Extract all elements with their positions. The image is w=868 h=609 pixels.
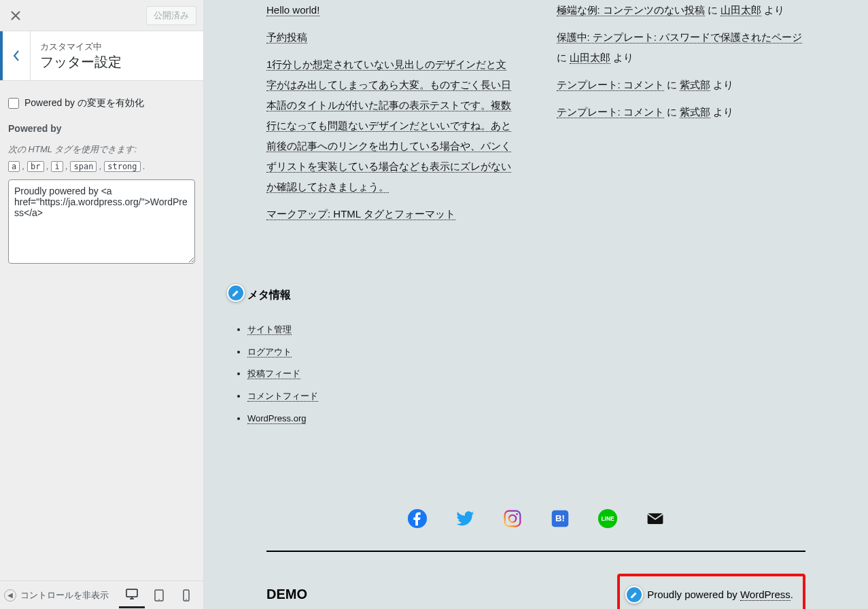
svg-point-2 [158, 599, 160, 600]
footer-row: DEMO Proudly powered by WordPress. [204, 574, 868, 609]
close-button[interactable] [0, 0, 31, 31]
list-item: サイト管理 [247, 321, 868, 338]
allowed-tag: strong [104, 161, 140, 172]
suffix-text: より [610, 52, 633, 63]
section-title: フッター設定 [40, 53, 122, 71]
mobile-icon [179, 589, 193, 602]
recent-posts-widget: Hello world!予約投稿1行分しか想定されていない見出しのデザインだと文… [223, 0, 516, 231]
device-tablet-button[interactable] [146, 582, 172, 608]
list-item: Hello world! [266, 0, 516, 20]
allowed-tag: a [8, 161, 20, 172]
comment-author-link[interactable]: 山田太郎 [570, 52, 610, 64]
desktop-icon [125, 587, 139, 601]
powered-by-textarea[interactable] [8, 179, 195, 264]
svg-text:LINE: LINE [601, 515, 614, 522]
joiner-text: に [664, 79, 680, 90]
twitter-icon[interactable] [455, 508, 475, 529]
footer-divider [266, 551, 805, 552]
edit-widget-button[interactable] [227, 284, 245, 302]
pencil-icon [231, 288, 241, 298]
meta-widget: メタ情報 サイト管理ログアウト投稿フィードコメントフィードWordPress.o… [247, 288, 868, 427]
comment-author-link[interactable]: 紫式部 [680, 106, 710, 118]
list-item: 保護中: テンプレート: パスワードで保護されたページ に 山田太郎 より [557, 27, 806, 68]
facebook-icon[interactable] [407, 508, 428, 529]
joiner-text: に [664, 106, 680, 118]
back-button[interactable] [0, 31, 31, 80]
tablet-icon [152, 589, 166, 602]
svg-point-8 [516, 513, 518, 515]
suffix-text: より [761, 4, 784, 16]
meta-link[interactable]: 投稿フィード [247, 368, 300, 379]
list-item: WordPress.org [247, 411, 868, 428]
device-mobile-button[interactable] [173, 582, 199, 608]
joiner-text: に [705, 4, 721, 16]
joiner-text: に [557, 52, 570, 63]
post-link[interactable]: マークアップ: HTML タグとフォーマット [266, 208, 455, 220]
publish-button[interactable]: 公開済み [146, 6, 196, 25]
svg-text:B!: B! [555, 514, 565, 524]
allowed-tag: br [27, 161, 44, 172]
svg-point-4 [186, 599, 187, 600]
post-link[interactable]: 1行分しか想定されていない見出しのデザインだと文字がはみ出してしまってあら大変。… [266, 58, 511, 193]
breadcrumb: カスタマイズ中 [40, 41, 122, 53]
list-item: コメントフィード [247, 388, 868, 405]
collapse-icon: ◀ [4, 589, 16, 602]
enable-change-label[interactable]: Powered by の変更を有効化 [24, 97, 144, 109]
close-icon [11, 11, 20, 20]
list-item: マークアップ: HTML タグとフォーマット [266, 204, 516, 224]
list-item: ログアウト [247, 344, 868, 361]
suffix-text: より [710, 79, 733, 90]
pencil-icon [629, 590, 639, 599]
collapse-label: コントロールを非表示 [20, 589, 109, 602]
list-item: 投稿フィード [247, 366, 868, 383]
meta-link[interactable]: WordPress.org [247, 413, 306, 424]
customizer-footer: ◀ コントロールを非表示 [0, 580, 203, 609]
meta-link[interactable]: コメントフィード [247, 391, 318, 402]
allowed-tag: i [51, 161, 63, 172]
svg-rect-6 [504, 511, 520, 527]
comment-author-link[interactable]: 紫式部 [680, 79, 710, 91]
credit-link[interactable]: WordPress [740, 589, 791, 601]
list-item: テンプレート: コメント に 紫式部 より [557, 102, 806, 122]
meta-link[interactable]: サイト管理 [247, 324, 292, 335]
meta-link[interactable]: ログアウト [247, 347, 292, 358]
collapse-controls[interactable]: ◀ コントロールを非表示 [4, 589, 118, 602]
comment-post-link[interactable]: 極端な例: コンテンツのない投稿 [557, 4, 705, 16]
mail-icon[interactable] [645, 508, 665, 529]
svg-point-7 [508, 515, 516, 523]
field-desc: 次の HTML タグを使用できます: [8, 143, 195, 156]
suffix-text: より [710, 106, 733, 118]
customizer-topbar: 公開済み [0, 0, 203, 31]
meta-widget-title: メタ情報 [247, 288, 868, 302]
recent-comments-widget: 極端な例: コンテンツのない投稿 に 山田太郎 より保護中: テンプレート: パ… [557, 0, 850, 231]
edit-credit-button[interactable] [625, 586, 643, 604]
line-icon[interactable]: LINE [597, 508, 618, 529]
social-icons: B! LINE [204, 508, 868, 529]
svg-rect-0 [126, 589, 137, 597]
credit-highlight-box: Proudly powered by WordPress. [617, 574, 805, 609]
comment-post-link[interactable]: テンプレート: コメント [557, 106, 664, 118]
credit-text: Proudly powered by WordPress. [647, 589, 793, 600]
chevron-left-icon [13, 50, 20, 61]
customizer-panel: 公開済み カスタマイズ中 フッター設定 Powered by の変更を有効化 P… [0, 0, 204, 609]
preview-frame[interactable]: Hello world!予約投稿1行分しか想定されていない見出しのデザインだと文… [204, 0, 868, 609]
list-item: 1行分しか想定されていない見出しのデザインだと文字がはみ出してしまってあら大変。… [266, 54, 516, 197]
enable-change-checkbox[interactable] [8, 98, 19, 109]
hatena-icon[interactable]: B! [550, 508, 570, 529]
comment-post-link[interactable]: テンプレート: コメント [557, 79, 664, 91]
list-item: 極端な例: コンテンツのない投稿 に 山田太郎 より [557, 0, 806, 20]
field-title: Powered by [8, 123, 195, 134]
post-link[interactable]: 予約投稿 [266, 31, 307, 44]
site-title[interactable]: DEMO [266, 587, 307, 602]
comment-post-link[interactable]: 保護中: テンプレート: パスワードで保護されたページ [557, 31, 803, 44]
instagram-icon[interactable] [502, 508, 523, 529]
section-header: カスタマイズ中 フッター設定 [0, 31, 203, 81]
list-item: テンプレート: コメント に 紫式部 より [557, 75, 806, 95]
allowed-tag: span [70, 161, 97, 172]
allowed-tags: a , br , i , span , strong . [8, 161, 195, 171]
comment-author-link[interactable]: 山田太郎 [721, 4, 761, 16]
list-item: 予約投稿 [266, 27, 516, 48]
device-desktop-button[interactable] [119, 582, 145, 608]
post-link[interactable]: Hello world! [266, 4, 319, 16]
